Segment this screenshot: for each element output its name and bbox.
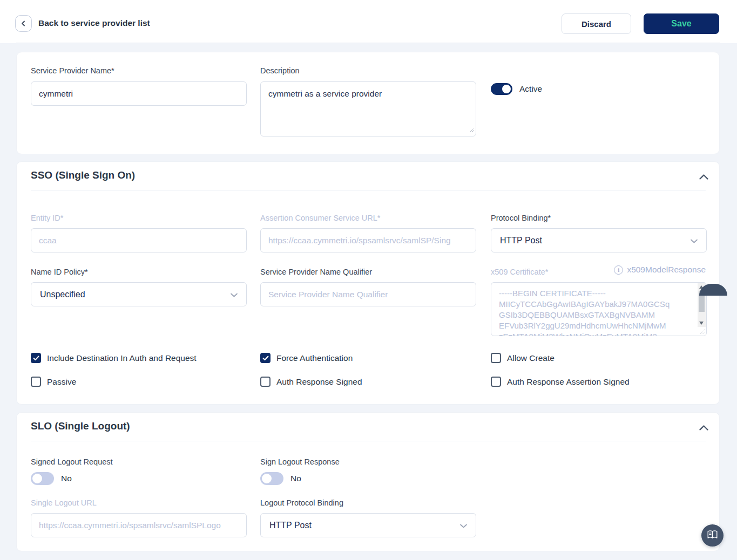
checkbox-passive[interactable]: Passive	[31, 377, 76, 387]
checkbox-box[interactable]	[31, 353, 41, 363]
protocol-binding-select[interactable]: HTTP Post	[491, 228, 707, 252]
entity-id-label: Entity ID*	[31, 214, 63, 222]
chevron-down-icon	[231, 290, 238, 299]
checkbox-label: Auth Response Signed	[276, 377, 362, 387]
chevron-left-icon	[21, 19, 26, 29]
checkbox-label: Force Authentication	[276, 353, 353, 363]
save-button[interactable]: Save	[644, 13, 719, 34]
x509-model-response-link[interactable]: i x509ModelResponse	[491, 265, 706, 275]
slo-collapse-button[interactable]	[696, 421, 711, 434]
signed-logout-request-state: No	[61, 474, 72, 483]
description-textarea[interactable]: cymmetri as a service provider	[260, 81, 476, 136]
sso-divider	[31, 190, 706, 190]
single-logout-url-input[interactable]	[31, 513, 247, 537]
acs-url-input[interactable]	[260, 228, 476, 252]
chevron-down-icon	[460, 521, 467, 530]
resize-grip-icon[interactable]	[698, 327, 706, 335]
sso-section-card: SSO (Single Sign On) Entity ID* Assertio…	[16, 161, 720, 405]
name-id-policy-label: Name ID Policy*	[31, 268, 88, 276]
open-book-icon	[707, 530, 718, 542]
help-docs-button[interactable]	[701, 524, 724, 547]
back-button[interactable]	[15, 15, 32, 32]
logout-protocol-binding-label: Logout Protocol Binding	[260, 498, 343, 507]
active-toggle[interactable]	[491, 83, 512, 95]
x509-model-response-text: x509ModelResponse	[627, 265, 706, 275]
checkbox-auth-response-signed[interactable]: Auth Response Signed	[260, 377, 362, 387]
service-provider-name-input[interactable]	[31, 81, 247, 106]
sp-name-qualifier-input[interactable]	[260, 282, 476, 306]
x509-certificate-value: -----BEGIN CERTIFICATE----- MIICyTCCAbGg…	[491, 283, 695, 336]
slo-section-title: SLO (Single Logout)	[31, 420, 130, 432]
signed-logout-request-toggle-row: No	[31, 472, 72, 485]
checkbox-label: Allow Create	[507, 353, 555, 363]
info-icon: i	[614, 265, 623, 275]
checkbox-auth-response-assertion-signed[interactable]: Auth Response Assertion Signed	[491, 377, 630, 387]
checkbox-box[interactable]	[31, 377, 41, 387]
checkbox-box[interactable]	[260, 377, 271, 387]
top-bar: Back to service provider list Discard Sa…	[0, 0, 737, 43]
signed-logout-request-label: Signed Logout Request	[31, 457, 113, 466]
checkbox-force-authentication[interactable]: Force Authentication	[260, 353, 353, 363]
acs-url-label: Assertion Consumer Service URL*	[260, 214, 380, 222]
page-title: Back to service provider list	[38, 18, 150, 28]
sign-logout-response-state: No	[290, 474, 301, 483]
x509-certificate-textarea[interactable]: -----BEGIN CERTIFICATE----- MIICyTCCAbGg…	[491, 282, 707, 336]
sso-section-title: SSO (Single Sign On)	[31, 169, 135, 181]
scroll-down-icon[interactable]	[699, 322, 704, 325]
signed-logout-request-toggle[interactable]	[31, 472, 54, 485]
service-provider-name-label: Service Provider Name*	[31, 66, 114, 75]
chevron-up-icon	[699, 172, 708, 182]
protocol-binding-label: Protocol Binding*	[491, 214, 551, 222]
header-divider	[16, 43, 720, 43]
checkbox-box[interactable]	[491, 353, 501, 363]
sign-logout-response-toggle-row: No	[260, 472, 301, 485]
name-id-policy-value: Unspecified	[40, 290, 85, 299]
checkbox-box[interactable]	[260, 353, 271, 363]
protocol-binding-value: HTTP Post	[500, 236, 542, 245]
chevron-up-icon	[699, 423, 708, 433]
name-id-policy-select[interactable]: Unspecified	[31, 282, 247, 306]
basic-info-card: Service Provider Name* Description cymme…	[16, 52, 720, 154]
checkbox-allow-create[interactable]: Allow Create	[491, 353, 555, 363]
checkbox-label: Include Destination In Auth and Request	[47, 353, 197, 363]
sign-logout-response-label: Sign Logout Response	[260, 457, 340, 466]
single-logout-url-label: Single Logout URL	[31, 498, 97, 507]
sp-name-qualifier-label: Service Provider Name Qualifier	[260, 268, 372, 276]
logout-protocol-binding-select[interactable]: HTTP Post	[260, 513, 476, 537]
description-label: Description	[260, 66, 300, 75]
entity-id-input[interactable]	[31, 228, 247, 252]
active-toggle-row: Active	[491, 83, 542, 95]
checkbox-label: Auth Response Assertion Signed	[507, 377, 630, 387]
sso-collapse-button[interactable]	[696, 170, 711, 183]
active-toggle-label: Active	[519, 84, 542, 94]
checkbox-include-destination[interactable]: Include Destination In Auth and Request	[31, 353, 197, 363]
sign-logout-response-toggle[interactable]	[260, 472, 283, 485]
slo-section-card: SLO (Single Logout) Signed Logout Reques…	[16, 412, 720, 551]
logout-protocol-binding-value: HTTP Post	[269, 521, 312, 530]
discard-button[interactable]: Discard	[562, 13, 631, 34]
checkbox-label: Passive	[47, 377, 76, 387]
slo-divider	[31, 441, 706, 441]
chevron-down-icon	[691, 236, 698, 245]
checkbox-box[interactable]	[491, 377, 501, 387]
